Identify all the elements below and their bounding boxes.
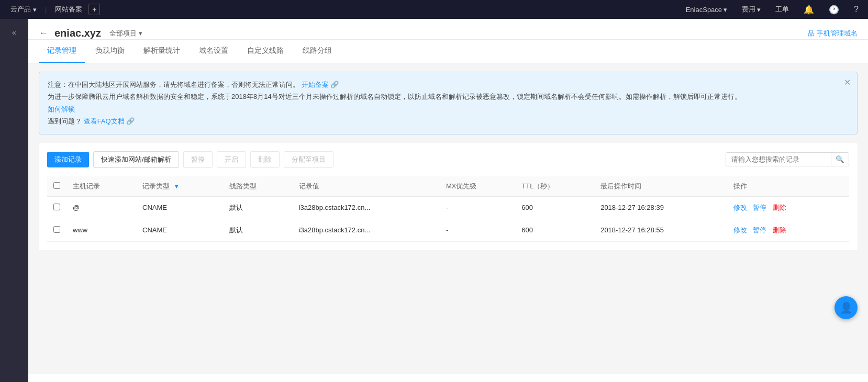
row-value-0: i3a28bp.cstack172.cn... xyxy=(293,196,440,219)
row-mx-0: - xyxy=(440,196,515,219)
row-ttl-1: 600 xyxy=(515,219,594,241)
notice-line-3: 如何解锁 xyxy=(48,103,849,115)
history-button[interactable]: 🕐 xyxy=(826,3,842,17)
row-checkbox-1[interactable] xyxy=(53,226,60,233)
notice-line-2: 为进一步保障腾讯云用户域名解析数据的安全和稳定，系统于2018年8月14号对近三… xyxy=(48,91,849,103)
chevron-down-icon: ▾ xyxy=(33,6,37,14)
search-button[interactable]: 🔍 xyxy=(831,153,849,166)
tab-custom-route-label: 自定义线路 xyxy=(247,46,284,54)
notification-button[interactable]: 🔔 xyxy=(800,3,817,17)
filter-icon[interactable]: ▼ xyxy=(174,183,180,189)
col-mx: MX优先级 xyxy=(440,176,515,197)
back-button[interactable]: ← xyxy=(39,28,48,39)
row-checkbox-0[interactable] xyxy=(53,204,60,210)
notice-text-2: 为进一步保障腾讯云用户域名解析数据的安全和稳定，系统于2018年8月14号对近三… xyxy=(48,93,741,100)
tab-route-group-label: 线路分组 xyxy=(303,46,332,54)
row-actions-0: 修改 暂停 删除 xyxy=(727,196,849,219)
ticket-menu[interactable]: 工单 xyxy=(772,3,792,16)
beian-nav-item[interactable]: 网站备案 xyxy=(51,3,86,16)
tab-custom-route[interactable]: 自定义线路 xyxy=(239,40,292,63)
enable-button[interactable]: 开启 xyxy=(217,151,246,168)
cost-menu[interactable]: 费用 ▾ xyxy=(739,3,764,16)
project-arrow-icon: ▾ xyxy=(139,29,142,37)
faq-link[interactable]: 查看FAQ文档 xyxy=(84,117,125,125)
mobile-manage-label: 品 手机管理域名 xyxy=(808,29,858,38)
tab-records[interactable]: 记录管理 xyxy=(39,40,85,63)
user-label: EniacSpace xyxy=(686,6,722,14)
project-label: 全部项目 xyxy=(109,29,137,38)
tab-records-label: 记录管理 xyxy=(47,46,76,54)
domain-title: eniac.xyz xyxy=(54,27,101,39)
row-mx-1: - xyxy=(440,219,515,241)
col-host: 主机记录 xyxy=(66,176,136,197)
help-icon: ? xyxy=(854,5,859,14)
content-area: ✕ 注意：在中国大陆地区开展网站服务，请先将域名进行备案，否则将无法正常访问。 … xyxy=(28,63,868,374)
page-header: ← eniac.xyz 全部项目 ▾ 品 手机管理域名 xyxy=(28,19,868,40)
tab-route-group[interactable]: 线路分组 xyxy=(294,40,340,63)
row-host-0: @ xyxy=(66,196,136,219)
table-row: www CNAME 默认 i3a28bp.cstack172.cn... - 6… xyxy=(47,219,849,241)
tab-lb[interactable]: 负载均衡 xyxy=(87,40,133,63)
top-nav-right: EniacSpace ▾ 费用 ▾ 工单 🔔 🕐 ? xyxy=(683,3,862,17)
col-select-all xyxy=(47,176,66,197)
search-icon: 🔍 xyxy=(836,155,844,163)
nav-divider: | xyxy=(45,6,47,14)
sidebar-collapse-button[interactable]: « xyxy=(6,24,23,41)
add-record-button[interactable]: 添加记录 xyxy=(47,152,89,167)
beian-link[interactable]: 开始备案 xyxy=(302,81,329,88)
tab-stats[interactable]: 解析量统计 xyxy=(135,40,188,63)
add-tab-button[interactable]: + xyxy=(88,4,100,15)
mobile-manage-link[interactable]: 品 手机管理域名 xyxy=(808,29,858,38)
add-record-label: 添加记录 xyxy=(54,155,82,163)
notice-line-4: 遇到问题？ 查看FAQ文档 🔗 xyxy=(48,115,849,127)
pause-link-0[interactable]: 暂停 xyxy=(753,204,766,211)
delete-link-0[interactable]: 删除 xyxy=(773,204,786,211)
table-row: @ CNAME 默认 i3a28bp.cstack172.cn... - 600… xyxy=(47,196,849,219)
row-line-0: 默认 xyxy=(223,196,293,219)
tab-settings-label: 域名设置 xyxy=(199,46,228,54)
notice-text-1: 注意：在中国大陆地区开展网站服务，请先将域名进行备案，否则将无法正常访问。 xyxy=(48,81,299,88)
row-checkbox-cell xyxy=(47,219,66,241)
notice-close-button[interactable]: ✕ xyxy=(844,77,851,87)
row-host-1: www xyxy=(66,219,136,241)
user-menu[interactable]: EniacSpace ▾ xyxy=(683,4,730,16)
tab-stats-label: 解析量统计 xyxy=(143,46,180,54)
assign-button[interactable]: 分配至项目 xyxy=(284,151,333,168)
row-time-1: 2018-12-27 16:28:55 xyxy=(594,219,727,241)
quick-add-label: 快速添加网站/邮箱解析 xyxy=(101,155,171,163)
beian-label: 网站备案 xyxy=(55,5,82,14)
col-ttl: TTL（秒） xyxy=(515,176,594,197)
edit-link-0[interactable]: 修改 xyxy=(733,204,747,211)
pause-link-1[interactable]: 暂停 xyxy=(753,226,766,234)
row-line-1: 默认 xyxy=(223,219,293,241)
row-type-0: CNAME xyxy=(136,196,223,219)
clock-icon: 🕐 xyxy=(829,5,839,15)
help-button[interactable]: ? xyxy=(851,3,862,16)
row-ttl-0: 600 xyxy=(515,196,594,219)
delete-link-1[interactable]: 删除 xyxy=(773,226,786,234)
ticket-label: 工单 xyxy=(775,5,789,14)
cost-label: 费用 xyxy=(742,5,755,14)
delete-button[interactable]: 删除 xyxy=(250,151,280,168)
faq-external-icon: 🔗 xyxy=(126,117,135,125)
row-time-0: 2018-12-27 16:28:39 xyxy=(594,196,727,219)
row-checkbox-cell xyxy=(47,196,66,219)
toolbar: 添加记录 快速添加网站/邮箱解析 暂停 开启 删除 分配至项 xyxy=(47,151,849,168)
bell-icon: 🔔 xyxy=(804,5,814,15)
quick-add-button[interactable]: 快速添加网站/邮箱解析 xyxy=(93,151,179,168)
select-all-checkbox[interactable] xyxy=(53,182,60,189)
edit-link-1[interactable]: 修改 xyxy=(733,226,747,234)
search-input[interactable] xyxy=(726,153,831,166)
cloud-products-menu[interactable]: 云产品 ▾ xyxy=(6,3,41,16)
float-help-button[interactable]: 👤 xyxy=(834,296,858,319)
main-content: ← eniac.xyz 全部项目 ▾ 品 手机管理域名 记录管理 负载均衡 解析… xyxy=(28,19,868,382)
tab-settings[interactable]: 域名设置 xyxy=(191,40,237,63)
tab-lb-label: 负载均衡 xyxy=(95,46,125,54)
pause-label: 暂停 xyxy=(191,155,205,163)
sidebar: « xyxy=(0,19,28,382)
unlock-link[interactable]: 如何解锁 xyxy=(48,105,75,113)
float-help-icon: 👤 xyxy=(840,301,853,314)
project-selector[interactable]: 全部项目 ▾ xyxy=(109,29,142,38)
col-line: 线路类型 xyxy=(223,176,293,197)
pause-button[interactable]: 暂停 xyxy=(183,151,213,168)
